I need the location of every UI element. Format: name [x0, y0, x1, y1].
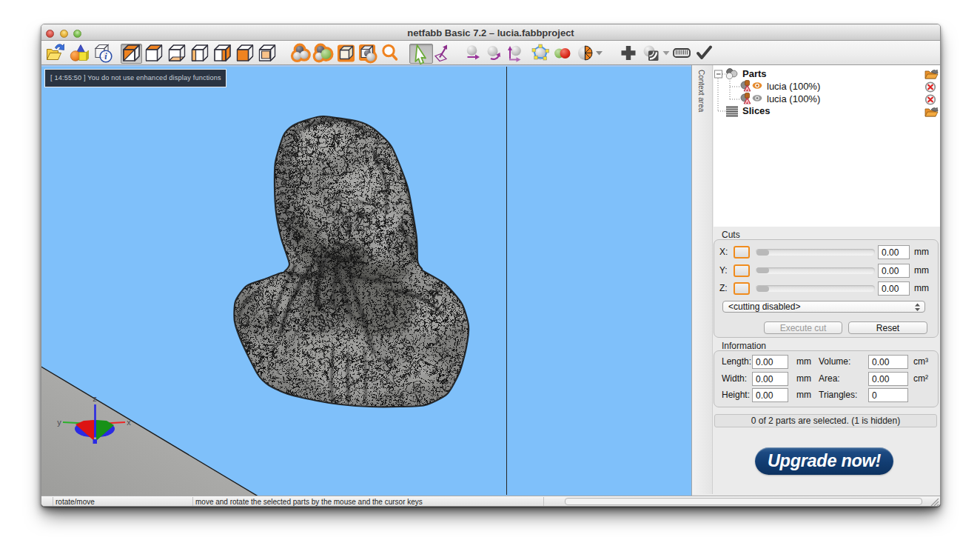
- svg-text:y: y: [57, 418, 61, 427]
- svg-text:z: z: [93, 394, 97, 403]
- svg-text:x: x: [127, 418, 131, 427]
